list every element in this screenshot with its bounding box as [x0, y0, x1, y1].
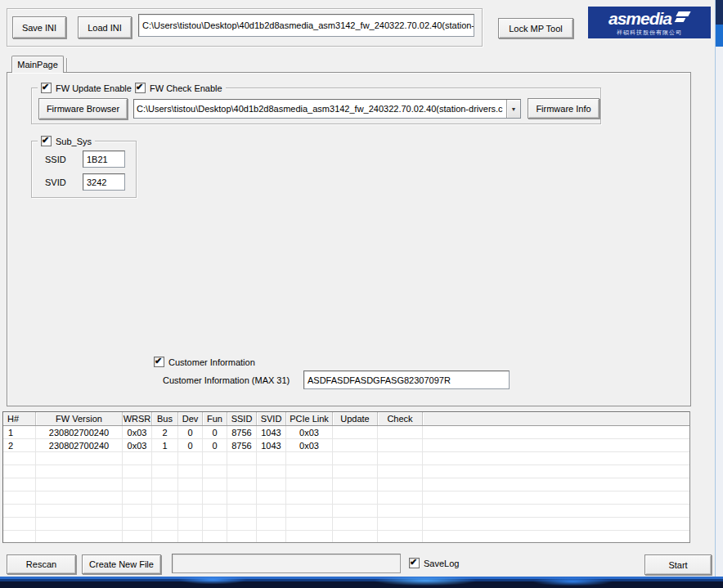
table-cell: 1: [3, 426, 36, 439]
svid-input[interactable]: 3242: [83, 173, 125, 191]
table-cell: [203, 465, 227, 478]
table-cell: [123, 518, 152, 531]
table-cell: [286, 465, 333, 478]
table-cell: 230802700240: [36, 439, 123, 452]
savelog-row: SaveLog: [406, 558, 462, 568]
table-cell: [36, 518, 123, 531]
column-header-ssid[interactable]: SSID: [227, 412, 257, 425]
table-cell: [333, 426, 378, 439]
fw-update-enable-row: FW Update Enable: [38, 83, 135, 93]
table-cell: [3, 478, 36, 491]
customer-info-input[interactable]: ASDFASDFASDGFASG82307097R: [303, 370, 510, 389]
firmware-browser-button[interactable]: Firmware Browser: [38, 98, 128, 119]
firmware-path-value: C:\Users\tistou\Desktop\40d1b2d8asmedia_…: [134, 100, 506, 118]
table-cell: [178, 518, 203, 531]
column-header-update[interactable]: Update: [333, 412, 378, 425]
table-cell: [378, 452, 423, 465]
table-cell: 8756: [227, 439, 257, 452]
firmware-path-combobox[interactable]: C:\Users\tistou\Desktop\40d1b2d8asmedia_…: [133, 99, 521, 119]
table-cell: [286, 531, 333, 543]
desktop-background-right: [715, 0, 723, 578]
customer-info-checkbox[interactable]: [154, 357, 164, 367]
table-cell: [286, 518, 333, 531]
ini-path-input[interactable]: C:\Users\tistou\Desktop\40d1b2d8asmedia_…: [138, 14, 474, 37]
table-cell: 0: [178, 439, 203, 452]
table-cell: [123, 465, 152, 478]
table-row: [3, 491, 689, 505]
create-new-file-button[interactable]: Create New File: [82, 554, 161, 574]
column-header-svid[interactable]: SVID: [257, 412, 286, 425]
table-cell: [333, 505, 378, 518]
tab-mainpage[interactable]: MainPage: [11, 56, 64, 73]
table-cell: [257, 531, 286, 543]
savelog-checkbox[interactable]: [409, 558, 420, 568]
fw-check-enable-checkbox[interactable]: [135, 83, 146, 93]
table-cell: [227, 491, 257, 505]
table-cell: [227, 505, 257, 518]
table-row[interactable]: 12308027002400x03200875610430x03: [3, 426, 689, 439]
combo-dropdown-button[interactable]: ▼: [506, 100, 520, 118]
column-header-fun[interactable]: Fun: [203, 412, 227, 425]
table-cell: [123, 531, 152, 543]
desktop-blue-segment: [716, 25, 723, 47]
firmware-info-button[interactable]: Firmware Info: [528, 98, 600, 119]
column-header-filler: [423, 412, 689, 425]
fw-update-enable-checkbox[interactable]: [41, 83, 52, 93]
ssid-input[interactable]: 1B21: [83, 150, 125, 168]
asmedia-logo: asmedia 祥碩科技股份有限公司: [588, 7, 711, 38]
column-header-dev[interactable]: Dev: [178, 412, 203, 425]
table-cell: [36, 452, 123, 465]
table-cell: [333, 465, 378, 478]
column-header-pcie-link[interactable]: PCIe Link: [286, 412, 333, 425]
table-cell-filler: [423, 439, 689, 452]
table-cell: 0: [203, 439, 227, 452]
table-cell: [257, 518, 286, 531]
column-header-bus[interactable]: Bus: [152, 412, 178, 425]
table-cell: [378, 531, 423, 543]
table-cell: 2: [152, 426, 178, 439]
table-row: [3, 518, 689, 531]
load-ini-button[interactable]: Load INI: [78, 16, 132, 38]
table-cell-filler: [423, 426, 689, 439]
table-cell: [36, 491, 123, 505]
table-cell: 1043: [257, 439, 286, 452]
column-header-h-[interactable]: H#: [3, 412, 36, 425]
table-cell: [178, 465, 203, 478]
table-cell: [178, 505, 203, 518]
table-cell: [378, 478, 423, 491]
table-row: [3, 452, 689, 465]
table-cell: 0: [178, 426, 203, 439]
table-cell-filler: [423, 465, 689, 478]
table-cell: [227, 531, 257, 543]
save-ini-button[interactable]: Save INI: [12, 16, 66, 38]
table-cell: [227, 518, 257, 531]
subsys-checkbox[interactable]: [41, 136, 52, 146]
table-row[interactable]: 22308027002400x03100875610430x03: [3, 439, 689, 452]
fw-check-enable-row: FW Check Enable: [132, 83, 226, 93]
rescan-button[interactable]: Rescan: [7, 554, 76, 574]
table-cell: [3, 505, 36, 518]
asmedia-flag-icon: [674, 11, 690, 24]
column-header-check[interactable]: Check: [378, 412, 423, 425]
customer-info-row: Customer Information: [150, 357, 258, 367]
table-cell: [378, 505, 423, 518]
start-button[interactable]: Start: [644, 554, 712, 575]
table-cell: [257, 491, 286, 505]
lock-mp-tool-button[interactable]: Lock MP Tool: [498, 18, 573, 38]
column-header-wrsr[interactable]: WRSR: [123, 412, 152, 425]
table-cell: [152, 518, 178, 531]
customer-info-field-label: Customer Information (MAX 31): [163, 375, 290, 385]
table-cell: [286, 452, 333, 465]
column-header-fw-version[interactable]: FW Version: [36, 412, 123, 425]
table-cell: [333, 531, 378, 543]
table-cell: [227, 465, 257, 478]
table-cell: [333, 439, 378, 452]
customer-info-checkbox-label: Customer Information: [168, 357, 255, 367]
table-cell: [152, 491, 178, 505]
table-cell: [227, 452, 257, 465]
table-cell-filler: [423, 505, 689, 518]
table-cell: [378, 518, 423, 531]
table-cell: [333, 452, 378, 465]
table-cell: 2: [3, 439, 36, 452]
table-cell: [286, 478, 333, 491]
